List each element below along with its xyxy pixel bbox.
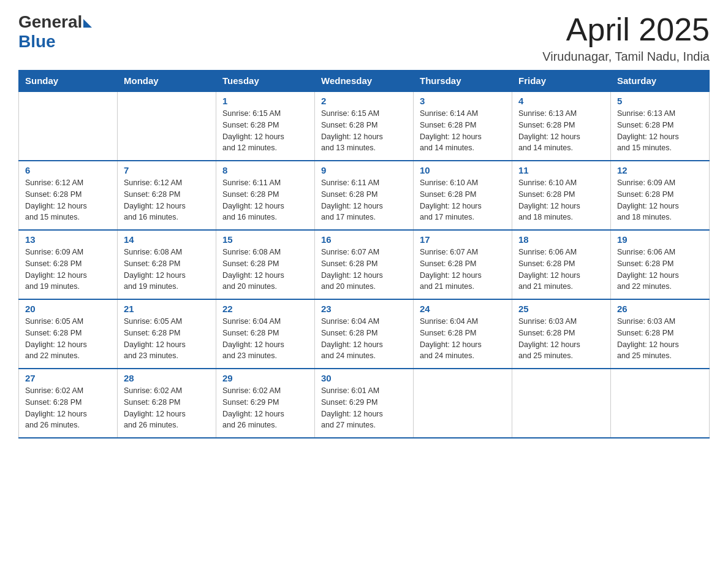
calendar-week-row: 1Sunrise: 6:15 AMSunset: 6:28 PMDaylight… <box>19 91 710 161</box>
calendar-cell <box>118 91 216 161</box>
calendar-cell: 23Sunrise: 6:04 AMSunset: 6:28 PMDayligh… <box>315 299 414 369</box>
day-number: 9 <box>321 165 407 175</box>
calendar-cell <box>414 369 512 438</box>
day-number: 6 <box>25 165 111 175</box>
day-info: Sunrise: 6:07 AMSunset: 6:28 PMDaylight:… <box>321 247 407 293</box>
day-number: 26 <box>617 304 703 314</box>
calendar-cell: 25Sunrise: 6:03 AMSunset: 6:28 PMDayligh… <box>512 299 611 369</box>
day-number: 30 <box>321 373 407 383</box>
calendar-cell: 3Sunrise: 6:14 AMSunset: 6:28 PMDaylight… <box>414 91 512 161</box>
calendar-cell: 8Sunrise: 6:11 AMSunset: 6:28 PMDaylight… <box>216 161 315 230</box>
calendar-cell: 4Sunrise: 6:13 AMSunset: 6:28 PMDaylight… <box>512 91 611 161</box>
calendar-cell: 28Sunrise: 6:02 AMSunset: 6:28 PMDayligh… <box>118 369 216 438</box>
day-number: 8 <box>222 165 308 175</box>
calendar-cell: 15Sunrise: 6:08 AMSunset: 6:28 PMDayligh… <box>216 230 315 299</box>
day-info: Sunrise: 6:09 AMSunset: 6:28 PMDaylight:… <box>617 177 703 223</box>
day-number: 27 <box>25 373 111 383</box>
column-header-sunday: Sunday <box>19 71 118 92</box>
day-info: Sunrise: 6:06 AMSunset: 6:28 PMDaylight:… <box>617 247 703 293</box>
day-number: 2 <box>321 96 407 106</box>
column-header-wednesday: Wednesday <box>315 71 414 92</box>
column-header-monday: Monday <box>118 71 216 92</box>
day-info: Sunrise: 6:05 AMSunset: 6:28 PMDaylight:… <box>124 316 210 362</box>
day-info: Sunrise: 6:13 AMSunset: 6:28 PMDaylight:… <box>518 108 604 154</box>
day-number: 7 <box>124 165 210 175</box>
day-info: Sunrise: 6:03 AMSunset: 6:28 PMDaylight:… <box>617 316 703 362</box>
day-info: Sunrise: 6:08 AMSunset: 6:28 PMDaylight:… <box>124 247 210 293</box>
calendar-cell: 10Sunrise: 6:10 AMSunset: 6:28 PMDayligh… <box>414 161 512 230</box>
column-header-thursday: Thursday <box>414 71 512 92</box>
calendar-cell: 19Sunrise: 6:06 AMSunset: 6:28 PMDayligh… <box>611 230 710 299</box>
location-subtitle: Virudunagar, Tamil Nadu, India <box>542 50 710 64</box>
column-header-tuesday: Tuesday <box>216 71 315 92</box>
calendar-cell <box>512 369 611 438</box>
calendar-cell: 12Sunrise: 6:09 AMSunset: 6:28 PMDayligh… <box>611 161 710 230</box>
day-number: 24 <box>420 304 506 314</box>
logo: General Blue <box>18 12 92 52</box>
logo-text: General <box>18 12 92 32</box>
calendar-cell: 14Sunrise: 6:08 AMSunset: 6:28 PMDayligh… <box>118 230 216 299</box>
calendar-cell <box>19 91 118 161</box>
day-number: 10 <box>420 165 506 175</box>
calendar-cell: 27Sunrise: 6:02 AMSunset: 6:28 PMDayligh… <box>19 369 118 438</box>
calendar-cell: 13Sunrise: 6:09 AMSunset: 6:28 PMDayligh… <box>19 230 118 299</box>
day-info: Sunrise: 6:15 AMSunset: 6:28 PMDaylight:… <box>321 108 407 154</box>
day-number: 18 <box>518 234 604 245</box>
day-number: 4 <box>518 96 604 106</box>
day-info: Sunrise: 6:07 AMSunset: 6:28 PMDaylight:… <box>420 247 506 293</box>
day-number: 12 <box>617 165 703 175</box>
day-info: Sunrise: 6:05 AMSunset: 6:28 PMDaylight:… <box>25 316 111 362</box>
calendar-cell: 29Sunrise: 6:02 AMSunset: 6:29 PMDayligh… <box>216 369 315 438</box>
title-section: April 2025 Virudunagar, Tamil Nadu, Indi… <box>542 12 710 64</box>
day-number: 29 <box>222 373 308 383</box>
day-number: 14 <box>124 234 210 245</box>
day-info: Sunrise: 6:03 AMSunset: 6:28 PMDaylight:… <box>518 316 604 362</box>
day-number: 15 <box>222 234 308 245</box>
day-number: 22 <box>222 304 308 314</box>
day-info: Sunrise: 6:02 AMSunset: 6:29 PMDaylight:… <box>222 385 308 431</box>
day-number: 21 <box>124 304 210 314</box>
day-info: Sunrise: 6:08 AMSunset: 6:28 PMDaylight:… <box>222 247 308 293</box>
day-number: 28 <box>124 373 210 383</box>
column-header-saturday: Saturday <box>611 71 710 92</box>
day-info: Sunrise: 6:04 AMSunset: 6:28 PMDaylight:… <box>420 316 506 362</box>
day-info: Sunrise: 6:02 AMSunset: 6:28 PMDaylight:… <box>124 385 210 431</box>
day-info: Sunrise: 6:09 AMSunset: 6:28 PMDaylight:… <box>25 247 111 293</box>
day-info: Sunrise: 6:12 AMSunset: 6:28 PMDaylight:… <box>124 177 210 223</box>
page-header: General Blue April 2025 Virudunagar, Tam… <box>18 12 710 64</box>
calendar-cell: 24Sunrise: 6:04 AMSunset: 6:28 PMDayligh… <box>414 299 512 369</box>
day-info: Sunrise: 6:04 AMSunset: 6:28 PMDaylight:… <box>222 316 308 362</box>
day-info: Sunrise: 6:11 AMSunset: 6:28 PMDaylight:… <box>321 177 407 223</box>
calendar-cell: 17Sunrise: 6:07 AMSunset: 6:28 PMDayligh… <box>414 230 512 299</box>
calendar-cell: 30Sunrise: 6:01 AMSunset: 6:29 PMDayligh… <box>315 369 414 438</box>
day-info: Sunrise: 6:01 AMSunset: 6:29 PMDaylight:… <box>321 385 407 431</box>
month-title: April 2025 <box>542 12 710 47</box>
day-info: Sunrise: 6:13 AMSunset: 6:28 PMDaylight:… <box>617 108 703 154</box>
day-number: 11 <box>518 165 604 175</box>
day-number: 16 <box>321 234 407 245</box>
logo-arrow-icon <box>83 19 92 28</box>
calendar-cell: 11Sunrise: 6:10 AMSunset: 6:28 PMDayligh… <box>512 161 611 230</box>
day-number: 3 <box>420 96 506 106</box>
day-number: 23 <box>321 304 407 314</box>
calendar-cell: 7Sunrise: 6:12 AMSunset: 6:28 PMDaylight… <box>118 161 216 230</box>
calendar-week-row: 13Sunrise: 6:09 AMSunset: 6:28 PMDayligh… <box>19 230 710 299</box>
day-info: Sunrise: 6:10 AMSunset: 6:28 PMDaylight:… <box>518 177 604 223</box>
calendar-cell: 18Sunrise: 6:06 AMSunset: 6:28 PMDayligh… <box>512 230 611 299</box>
calendar-cell: 2Sunrise: 6:15 AMSunset: 6:28 PMDaylight… <box>315 91 414 161</box>
calendar-cell: 26Sunrise: 6:03 AMSunset: 6:28 PMDayligh… <box>611 299 710 369</box>
day-number: 13 <box>25 234 111 245</box>
logo-general: General <box>18 12 82 32</box>
day-info: Sunrise: 6:04 AMSunset: 6:28 PMDaylight:… <box>321 316 407 362</box>
calendar-cell: 16Sunrise: 6:07 AMSunset: 6:28 PMDayligh… <box>315 230 414 299</box>
calendar-header-row: SundayMondayTuesdayWednesdayThursdayFrid… <box>19 71 710 92</box>
calendar-table: SundayMondayTuesdayWednesdayThursdayFrid… <box>18 70 710 439</box>
column-header-friday: Friday <box>512 71 611 92</box>
calendar-cell: 22Sunrise: 6:04 AMSunset: 6:28 PMDayligh… <box>216 299 315 369</box>
calendar-cell: 1Sunrise: 6:15 AMSunset: 6:28 PMDaylight… <box>216 91 315 161</box>
calendar-cell: 20Sunrise: 6:05 AMSunset: 6:28 PMDayligh… <box>19 299 118 369</box>
day-info: Sunrise: 6:06 AMSunset: 6:28 PMDaylight:… <box>518 247 604 293</box>
day-number: 19 <box>617 234 703 245</box>
day-info: Sunrise: 6:02 AMSunset: 6:28 PMDaylight:… <box>25 385 111 431</box>
calendar-week-row: 27Sunrise: 6:02 AMSunset: 6:28 PMDayligh… <box>19 369 710 438</box>
